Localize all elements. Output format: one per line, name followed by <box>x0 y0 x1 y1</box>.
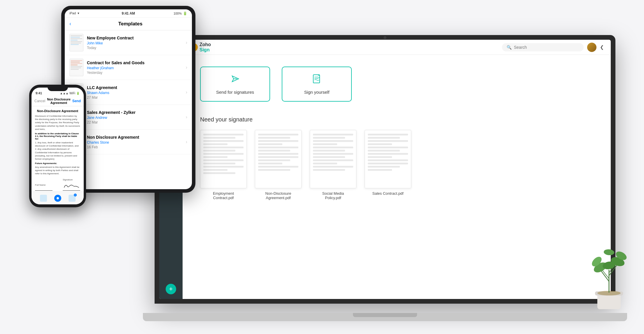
iphone-body: 9:41 ▲▲▲ WiFi 🔋 Cancel Non Disclosure Ag… <box>29 85 86 207</box>
doc-name-nda: Non-DisclosureAgreement.pdf <box>265 191 291 200</box>
ipad-doc-icon-1 <box>69 59 83 76</box>
send-for-signatures-card[interactable]: Send for signatures <box>200 67 270 102</box>
ipad-item-title-0: New Employee Contract <box>87 36 182 40</box>
ipad-item-date-4: 16 Feb <box>87 145 182 149</box>
doc-thumb-employment[interactable]: EmploymentContract.pdf <box>200 130 247 200</box>
ipad-item-author-2: Shawn Adams <box>87 91 182 95</box>
iphone-sig-label: Signature <box>63 178 80 181</box>
collapse-button[interactable]: ❮ <box>600 44 604 50</box>
ipad-status-right: 100% 🔋 <box>135 11 187 15</box>
ipad-item-author-1: Heather jGraham <box>87 66 182 70</box>
ipad-back-button[interactable]: ‹ <box>69 21 71 27</box>
svg-rect-5 <box>597 293 621 309</box>
ipad-item-title-3: Sales Agreement - Zylker <box>87 110 182 115</box>
ipad-status-left: iPad ▾ <box>69 11 122 15</box>
laptop-screen: ⌂ Sign 📄 Documents ▦ Templates ✏ SignFor… <box>159 40 611 299</box>
doc-name-sales: Sales Contract.pdf <box>372 191 404 196</box>
iphone-screen: 9:41 ▲▲▲ WiFi 🔋 Cancel Non Disclosure Ag… <box>32 88 84 204</box>
ipad-screen-title: Templates <box>74 21 187 27</box>
ipad-item-author-0: John Mike <box>87 41 182 45</box>
iphone-doc-bold1: In addition to the undertaking in Clause… <box>35 132 80 140</box>
iphone-signature-area: Full Name Signature <box>35 178 80 191</box>
iphone-doc-heading: Non-Disclosure Agreement <box>35 109 80 113</box>
app-name: ZohoSign <box>200 42 211 53</box>
sign-yourself-card[interactable]: Sign yourself <box>282 67 352 102</box>
doc-thumb-social[interactable]: Social MediaPolicy.pdf <box>310 130 356 200</box>
top-bar: ZohoSign 🔍 ❮ <box>183 40 611 55</box>
chevron-right-icon-3: › <box>186 114 187 120</box>
iphone-notch <box>48 85 68 91</box>
send-card-label: Send for signatures <box>216 90 254 95</box>
iphone-doc-para2: 1. Any loss, theft or other inadvertent … <box>35 141 80 161</box>
iphone-bottom-icon-2[interactable]: 1 <box>69 195 76 202</box>
iphone-doc-title: Non Disclosure Agreement <box>45 98 72 105</box>
laptop-base <box>143 313 627 321</box>
search-input[interactable] <box>514 45 572 50</box>
doc-preview-nda <box>255 130 302 188</box>
ipad-item-date-3: 22 Mar <box>87 120 182 124</box>
search-icon: 🔍 <box>507 45 512 50</box>
chevron-right-icon-1: › <box>186 65 187 70</box>
svg-line-9 <box>600 270 609 281</box>
doc-name-social: Social MediaPolicy.pdf <box>322 191 344 200</box>
iphone-doc-bold2: Future Agreements: <box>35 162 80 165</box>
iphone-doc-para1: Disclosure of Confidential Information b… <box>35 114 80 131</box>
doc-preview-sales <box>365 130 411 188</box>
avatar[interactable] <box>587 43 596 52</box>
ipad-item-author-4: Charles Stone <box>87 140 182 145</box>
iphone-bottom-center-button[interactable] <box>54 195 61 202</box>
content-area: Send for signatures <box>183 55 611 299</box>
chevron-right-icon-0: › <box>186 40 187 45</box>
ipad-item-date-2: 27 Mar <box>87 95 182 100</box>
ipad-status-bar: iPad ▾ 9:41 AM 100% 🔋 <box>65 9 192 18</box>
ipad-item-date-1: Yesterday <box>87 71 182 75</box>
ipad-item-author-3: Jane Andrew <box>87 116 182 120</box>
section-title: Need your signature <box>200 116 593 123</box>
iphone: 9:41 ▲▲▲ WiFi 🔋 Cancel Non Disclosure Ag… <box>29 85 86 207</box>
laptop-camera <box>384 36 386 39</box>
iphone-signature-svg <box>63 182 80 189</box>
doc-thumb-nda[interactable]: Non-DisclosureAgreement.pdf <box>255 130 302 200</box>
plant <box>586 246 632 311</box>
main-content: ZohoSign 🔍 ❮ <box>183 40 611 299</box>
iphone-doc-para3: Any amendment to this Agreement shall be… <box>35 166 80 175</box>
laptop-body: ⌂ Sign 📄 Documents ▦ Templates ✏ SignFor… <box>155 35 615 304</box>
chevron-right-icon-4: › <box>186 139 187 145</box>
sign-yourself-icon <box>312 74 322 86</box>
doc-name-employment: EmploymentContract.pdf <box>213 191 234 200</box>
fab-add-button[interactable]: + <box>166 284 176 294</box>
iphone-send-button[interactable]: Send <box>72 99 81 103</box>
laptop: ⌂ Sign 📄 Documents ▦ Templates ✏ SignFor… <box>155 35 636 321</box>
ipad-list-item-1[interactable]: Contract for Sales and Goods Heather jGr… <box>65 55 192 80</box>
iphone-bottom-bar: 1 <box>32 192 84 204</box>
doc-thumb-sales[interactable]: Sales Contract.pdf <box>365 130 411 200</box>
svg-rect-2 <box>313 75 320 83</box>
ipad-item-date-0: Today <box>87 46 182 50</box>
ipad-item-title-2: LLC Agreement <box>87 85 182 90</box>
iphone-cancel-button[interactable]: Cancel <box>34 99 45 103</box>
action-cards: Send for signatures <box>200 67 593 102</box>
svg-point-18 <box>603 249 615 255</box>
doc-preview-social <box>310 130 356 188</box>
ipad-item-title-4: Non Disclosure Agreement <box>87 135 182 140</box>
iphone-top-bar: Cancel Non Disclosure Agreement Send <box>32 96 84 106</box>
sign-yourself-label: Sign yourself <box>304 90 330 95</box>
iphone-bottom-icon-1[interactable] <box>40 195 47 202</box>
chevron-right-icon-2: › <box>186 90 187 95</box>
search-bar[interactable]: 🔍 <box>502 43 584 51</box>
ipad-navigation: ‹ Templates <box>65 18 192 30</box>
ipad-item-title-1: Contract for Sales and Goods <box>87 60 182 65</box>
ipad-doc-icon-0 <box>69 34 83 51</box>
send-icon <box>230 74 240 86</box>
iphone-time: 9:41 <box>36 91 42 95</box>
iphone-name-label: Full Name <box>35 184 52 186</box>
document-thumbnails: EmploymentContract.pdf <box>200 130 593 200</box>
iphone-document: Non-Disclosure Agreement Disclosure of C… <box>32 106 84 194</box>
doc-preview-employment <box>200 130 247 188</box>
ipad-time: 9:41 AM <box>122 11 135 15</box>
ipad-list-item-0[interactable]: New Employee Contract John Mike Today › <box>65 30 192 55</box>
